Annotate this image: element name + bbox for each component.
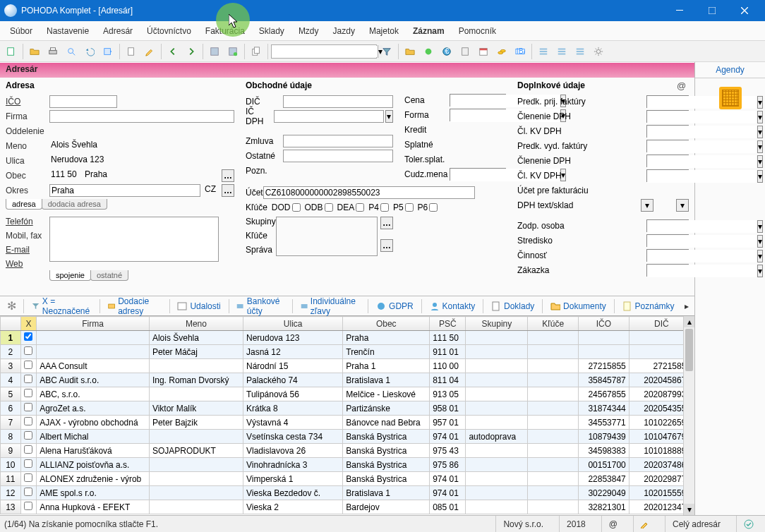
forma-combo[interactable]: ▾ bbox=[450, 109, 506, 121]
table-row[interactable]: 12AME spol.s r.o.Vieska Bezdedov č.Brati… bbox=[1, 486, 694, 500]
toolbar-forward-icon[interactable] bbox=[183, 43, 200, 60]
row-checkbox[interactable] bbox=[24, 375, 32, 383]
close-button[interactable] bbox=[728, 0, 761, 21]
table-row[interactable]: 5ABC, s.r.o.Tulipánová 56Melčice - Liesk… bbox=[1, 387, 694, 401]
toolbar-iban-icon[interactable]: IBAN bbox=[512, 43, 529, 60]
menu-mzdy[interactable]: Mzdy bbox=[291, 23, 326, 39]
row-checkbox[interactable] bbox=[24, 403, 32, 411]
kluce-lookup-button[interactable]: … bbox=[380, 239, 393, 252]
scroll-thumb[interactable] bbox=[685, 329, 693, 371]
col-psc[interactable]: PSČ bbox=[430, 317, 466, 331]
menu-nastavenie[interactable]: Nastavenie bbox=[40, 23, 96, 39]
agenda-adresar-icon[interactable] bbox=[719, 87, 742, 109]
okres-field[interactable] bbox=[49, 184, 200, 197]
table-row[interactable]: 9Alena HarušťákováSOJAPRODUKTVladislavov… bbox=[1, 444, 694, 458]
menu-sklady[interactable]: Sklady bbox=[252, 23, 291, 39]
stredisko-combo[interactable]: ▾ bbox=[646, 234, 689, 247]
scroll-up-icon[interactable]: ▴ bbox=[684, 316, 694, 327]
key-p4[interactable]: P4 bbox=[368, 202, 389, 212]
cena-combo[interactable]: ▾ bbox=[450, 94, 506, 107]
ico-field[interactable] bbox=[49, 95, 117, 108]
toolbar-calendar-icon[interactable] bbox=[475, 43, 492, 60]
vertical-scrollbar[interactable]: ▴ ▾ bbox=[683, 316, 694, 515]
tab-adresa[interactable]: adresa bbox=[6, 199, 42, 210]
col-firma[interactable]: Firma bbox=[37, 317, 150, 331]
toolbar-list2-icon[interactable] bbox=[553, 43, 570, 60]
table-row[interactable]: 1Alois ŠvehlaNerudova 123Praha111 50 bbox=[1, 331, 694, 345]
stat-lookup-button[interactable]: … bbox=[222, 184, 234, 197]
tab-doklady[interactable]: Doklady bbox=[486, 298, 539, 314]
menu-uctovnictvo[interactable]: Účtovníctvo bbox=[140, 23, 198, 39]
key-dod[interactable]: DOD bbox=[272, 202, 301, 212]
menu-majetok[interactable]: Majetok bbox=[362, 23, 406, 39]
row-checkbox[interactable] bbox=[24, 488, 32, 496]
scroll-down-icon[interactable]: ▾ bbox=[684, 504, 694, 515]
dic-field[interactable] bbox=[283, 95, 393, 108]
zakazka-combo[interactable]: ▾ bbox=[646, 264, 689, 277]
toolbar-preview-icon[interactable] bbox=[63, 43, 80, 60]
icdph-field[interactable] bbox=[274, 110, 384, 123]
row-checkbox[interactable] bbox=[24, 473, 32, 482]
menu-fakturacia[interactable]: Fakturácia bbox=[198, 23, 252, 39]
col-kluc[interactable]: Kľúče bbox=[528, 317, 579, 331]
row-checkbox[interactable] bbox=[24, 417, 32, 425]
grid-header-row[interactable]: X Firma Meno Ulica Obec PSČ Skupiny Kľúč… bbox=[1, 317, 694, 331]
table-row[interactable]: 6AgroZet a.s.Viktor MalíkKrátka 8Partizá… bbox=[1, 401, 694, 416]
cudzmena-combo[interactable]: ▾ bbox=[450, 168, 506, 181]
col-obec[interactable]: Obec bbox=[343, 317, 430, 331]
spojenie-textarea[interactable] bbox=[49, 217, 219, 262]
toolbar-copy-icon[interactable] bbox=[248, 43, 265, 60]
toolbar-open-icon[interactable] bbox=[26, 43, 43, 60]
row-checkbox[interactable] bbox=[24, 445, 32, 454]
toolbar-euro-icon[interactable]: € bbox=[438, 43, 455, 60]
ostatne-field[interactable] bbox=[283, 150, 393, 162]
predk-prij-combo[interactable]: ▾ bbox=[646, 95, 689, 108]
toolbar-print-icon[interactable] bbox=[44, 43, 61, 60]
menu-jazdy[interactable]: Jazdy bbox=[326, 23, 362, 39]
row-checkbox[interactable] bbox=[24, 502, 32, 510]
tab-udalosti[interactable]: Udalosti bbox=[172, 298, 225, 314]
col-x[interactable]: X bbox=[20, 317, 37, 331]
toolbar-list1-icon[interactable] bbox=[535, 43, 552, 60]
tabbar-scroll-right-icon[interactable]: ▸ bbox=[682, 301, 692, 311]
toolbar-back-icon[interactable] bbox=[164, 43, 181, 60]
tab-dodacie[interactable]: Dodacie adresy bbox=[103, 294, 167, 319]
tab-gdpr[interactable]: GDPR bbox=[371, 298, 418, 314]
minimize-button[interactable] bbox=[663, 0, 696, 21]
tab-kontakty[interactable]: Kontakty bbox=[425, 298, 481, 314]
toolbar-save-icon[interactable] bbox=[206, 43, 223, 60]
cinnost-combo[interactable]: ▾ bbox=[646, 249, 689, 262]
menu-adresar[interactable]: Adresár bbox=[96, 23, 140, 39]
clen-dph2-combo[interactable]: ▾ bbox=[646, 155, 689, 167]
tab-bankove[interactable]: Bankové účty bbox=[231, 294, 289, 319]
toolbar-search-combo[interactable]: ▾ bbox=[271, 44, 377, 59]
tab-dokumenty[interactable]: Dokumenty bbox=[546, 298, 611, 314]
clen-dph1-combo[interactable]: ▾ bbox=[646, 110, 689, 123]
data-grid[interactable]: X Firma Meno Ulica Obec PSČ Skupiny Kľúč… bbox=[0, 316, 694, 514]
toolbar-save2-icon[interactable] bbox=[224, 43, 241, 60]
table-row[interactable]: 7AJAX - výrobno obchodnáPeter BajzikVýst… bbox=[1, 416, 694, 430]
status-at-icon[interactable]: @ bbox=[601, 516, 625, 532]
col-ico[interactable]: IČO bbox=[579, 317, 630, 331]
toolbar-folder-icon[interactable] bbox=[402, 43, 418, 60]
row-checkbox[interactable] bbox=[24, 459, 32, 468]
table-row[interactable]: 8Albert MichalVsetínska cesta 734Banská … bbox=[1, 430, 694, 444]
firma-field[interactable] bbox=[49, 110, 234, 123]
col-skup[interactable]: Skupiny bbox=[466, 317, 528, 331]
tab-dodacia-adresa[interactable]: dodacia adresa bbox=[42, 199, 107, 210]
toolbar-search-input[interactable] bbox=[272, 46, 378, 57]
zodp-combo[interactable]: ▾ bbox=[646, 219, 689, 232]
zmluva-field[interactable] bbox=[283, 135, 393, 147]
status-ok-icon[interactable] bbox=[736, 516, 761, 532]
row-checkbox[interactable] bbox=[24, 431, 32, 440]
icdph-dd-button[interactable]: ▾ bbox=[385, 110, 393, 123]
table-row[interactable]: 3AAA ConsultNárodní 15Praha 1110 0027215… bbox=[1, 359, 694, 373]
menu-zaznam[interactable]: Záznam bbox=[406, 23, 452, 39]
row-checkbox[interactable] bbox=[24, 332, 32, 341]
toolbar-edit-icon[interactable] bbox=[141, 43, 158, 60]
key-dea[interactable]: DEA bbox=[337, 202, 365, 212]
cikv2-combo[interactable]: ▾ bbox=[646, 169, 689, 182]
predk-vyd-combo[interactable]: ▾ bbox=[646, 140, 689, 152]
col-meno[interactable]: Meno bbox=[149, 317, 243, 331]
tab-neoznacene[interactable]: X = Neoznačené bbox=[27, 294, 97, 319]
